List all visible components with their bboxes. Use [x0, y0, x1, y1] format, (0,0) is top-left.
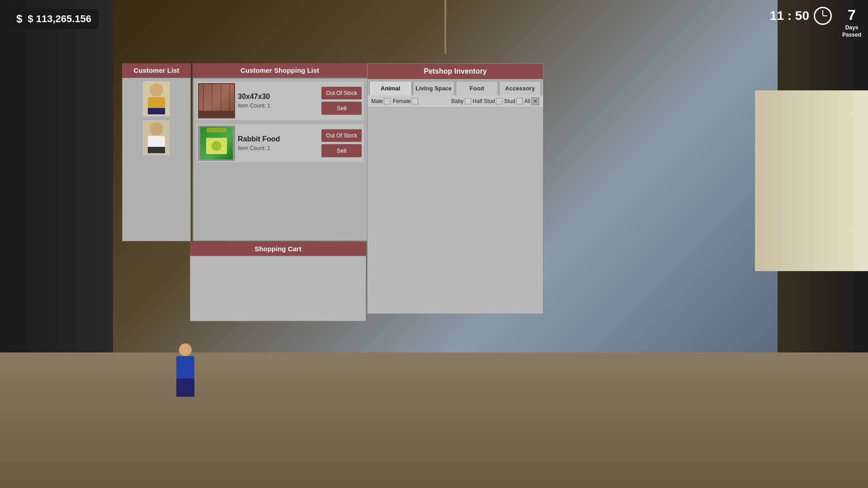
- days-passed-display: 7 DaysPassed: [842, 7, 861, 38]
- shopping-cart-header: Shopping Cart: [190, 242, 366, 256]
- stud-filter[interactable]: Stud: [504, 98, 523, 104]
- customer-item-1[interactable]: [142, 81, 170, 117]
- customer-avatar-2: [143, 121, 170, 155]
- inventory-header: Petshop Inventory: [368, 64, 543, 79]
- person-body: [176, 356, 194, 379]
- all-filter[interactable]: All ✕: [524, 97, 539, 105]
- shopping-item-1: 30x47x30 Item Count: 1 Out Of Stock Sell: [197, 82, 364, 120]
- money-amount: $ 113,265.156: [28, 13, 91, 25]
- customer-item-2[interactable]: [142, 120, 170, 156]
- person-legs: [176, 379, 194, 397]
- avatar-body-2: [148, 136, 165, 147]
- filter-row: Male Female Baby Half Stud Stud All: [368, 95, 543, 108]
- tab-food[interactable]: Food: [456, 81, 498, 95]
- avatar-head-1: [150, 84, 163, 96]
- avatar-legs-2: [148, 147, 165, 153]
- female-filter[interactable]: Female: [393, 98, 418, 104]
- background-person: [172, 343, 199, 398]
- item-image-food: [198, 126, 235, 161]
- avatar-body-1: [148, 97, 165, 108]
- item-info-1: 30x47x30 Item Count: 1: [238, 93, 319, 109]
- customer-list-body: [123, 78, 190, 159]
- inventory-content-area: [368, 108, 543, 314]
- left-filters: Male Female: [371, 98, 418, 104]
- item-image-cage: [198, 83, 235, 118]
- item-name-1: 30x47x30: [238, 93, 319, 101]
- item-buttons-1: Out Of Stock Sell: [321, 87, 362, 115]
- customer-shopping-body: 30x47x30 Item Count: 1 Out Of Stock Sell: [193, 78, 368, 241]
- out-of-stock-button-2[interactable]: Out Of Stock: [321, 129, 362, 142]
- right-desk: [755, 90, 868, 271]
- baby-filter[interactable]: Baby: [451, 98, 471, 104]
- baby-checkbox[interactable]: [465, 98, 471, 104]
- inventory-tabs: Animal Living Space Food Accessory: [368, 79, 543, 95]
- ceiling-light: [444, 0, 446, 54]
- male-checkbox[interactable]: [384, 98, 390, 104]
- time-value: 11 : 50: [770, 9, 809, 23]
- clock-icon: [814, 7, 832, 25]
- male-filter[interactable]: Male: [371, 98, 390, 104]
- bg-floor: [0, 352, 868, 488]
- avatar-head-2: [150, 122, 163, 135]
- item-count-1: Item Count: 1: [238, 103, 319, 109]
- days-passed-label: DaysPassed: [842, 24, 861, 38]
- days-number: 7: [842, 7, 861, 23]
- item-count-2: Item Count: 1: [238, 145, 319, 151]
- tab-living-space[interactable]: Living Space: [413, 81, 455, 95]
- avatar-legs-1: [148, 108, 165, 114]
- item-info-2: Rabbit Food Item Count: 1: [238, 135, 319, 151]
- female-checkbox[interactable]: [412, 98, 418, 104]
- customer-shopping-header: Customer Shopping List: [193, 63, 367, 78]
- half-stud-filter[interactable]: Half Stud: [473, 98, 502, 104]
- right-filters: Baby Half Stud Stud All ✕: [451, 97, 539, 105]
- tab-accessory[interactable]: Accessory: [499, 81, 542, 95]
- half-stud-checkbox[interactable]: [496, 98, 502, 104]
- all-close-btn[interactable]: ✕: [531, 97, 539, 105]
- item-name-2: Rabbit Food: [238, 135, 319, 143]
- dollar-icon: $: [16, 13, 22, 25]
- stud-checkbox[interactable]: [516, 98, 523, 104]
- item-buttons-2: Out Of Stock Sell: [321, 129, 362, 157]
- shopping-cart-body: [190, 256, 366, 321]
- out-of-stock-button-1[interactable]: Out Of Stock: [321, 87, 362, 99]
- person-head: [179, 343, 192, 356]
- sell-button-1[interactable]: Sell: [321, 102, 362, 115]
- tab-animal[interactable]: Animal: [369, 81, 412, 95]
- time-display: 11 : 50: [770, 7, 832, 25]
- shopping-item-2: Rabbit Food Item Count: 1 Out Of Stock S…: [197, 124, 364, 162]
- customer-list-header: Customer List: [122, 63, 191, 78]
- money-display: $ $ 113,265.156: [9, 9, 99, 29]
- sell-button-2[interactable]: Sell: [321, 144, 362, 157]
- customer-avatar-1: [143, 82, 170, 116]
